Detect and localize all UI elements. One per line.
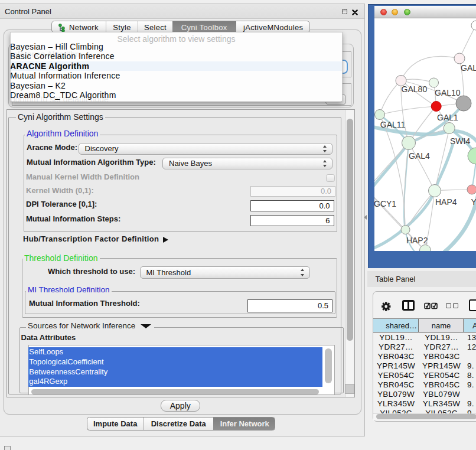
svg-text:GAL4: GAL4	[409, 151, 430, 161]
svg-text:HAP2: HAP2	[406, 236, 428, 245]
svg-text:SWI4: SWI4	[450, 136, 470, 146]
svg-text:GAL80: GAL80	[402, 84, 428, 94]
svg-text:GAL10: GAL10	[435, 88, 461, 97]
svg-text:GAL7: GAL7	[461, 63, 476, 73]
svg-text:GAL1: GAL1	[437, 113, 458, 122]
svg-text:GCY1: GCY1	[374, 199, 396, 208]
svg-text:GAL11: GAL11	[380, 120, 406, 129]
svg-text:YD: YD	[471, 197, 476, 207]
svg-text:HAP4: HAP4	[435, 197, 457, 207]
